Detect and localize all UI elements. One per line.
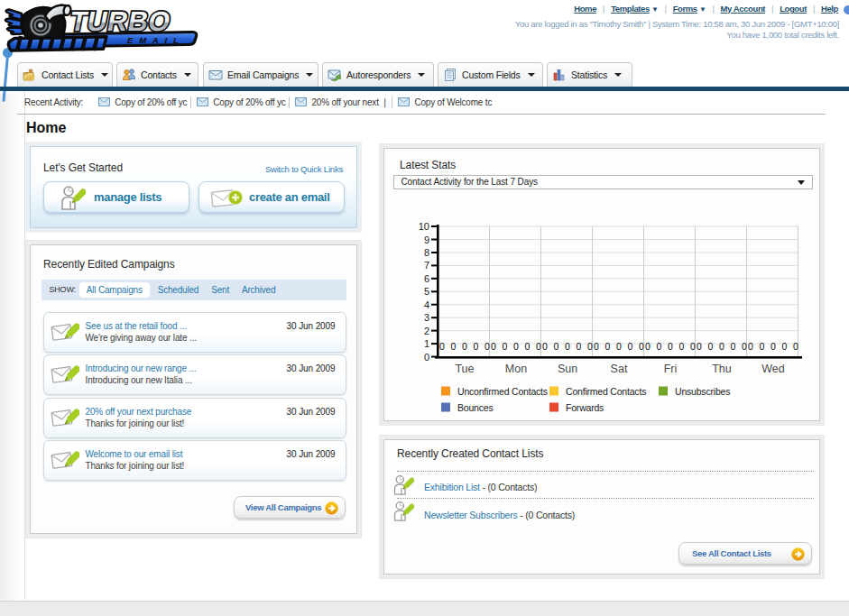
svg-text:10: 10 [419,221,429,232]
svg-text:3: 3 [424,312,429,323]
svg-text:0: 0 [577,341,582,352]
svg-text:5: 5 [424,286,429,297]
svg-text:0: 0 [782,341,788,352]
svg-text:0: 0 [731,341,736,352]
svg-text:0: 0 [748,341,753,352]
svg-text:0: 0 [525,341,531,352]
svg-text:0: 0 [513,341,519,352]
svg-text:Mon: Mon [505,363,527,375]
svg-text:0: 0 [542,341,548,352]
svg-text:0: 0 [503,341,508,352]
svg-text:0: 0 [587,341,593,352]
svg-text:0: 0 [742,341,747,352]
svg-text:0: 0 [616,341,622,352]
svg-text:0: 0 [605,341,611,352]
svg-text:0: 0 [628,341,633,352]
svg-text:0: 0 [451,341,457,352]
svg-text:0: 0 [668,341,673,352]
svg-text:0: 0 [474,341,479,352]
svg-text:2: 2 [424,326,429,336]
svg-text:0: 0 [708,341,714,352]
svg-text:Sun: Sun [558,363,577,375]
svg-text:0: 0 [484,341,490,352]
svg-text:0: 0 [645,341,651,352]
svg-text:Sat: Sat [611,363,628,375]
svg-text:0: 0 [462,341,467,352]
svg-text:0: 0 [679,341,685,352]
svg-text:8: 8 [424,247,429,258]
svg-text:4: 4 [424,299,429,310]
svg-text:0: 0 [690,341,696,352]
svg-text:0: 0 [657,341,662,352]
svg-text:0: 0 [439,341,445,352]
svg-text:Wed: Wed [761,363,785,375]
svg-text:Thu: Thu [712,363,732,375]
svg-text:0: 0 [554,341,559,352]
svg-text:Unconfirmed Contacts: Unconfirmed Contacts [457,386,548,397]
svg-text:0: 0 [697,341,702,352]
svg-text:0: 0 [793,341,798,352]
svg-text:Tue: Tue [455,363,474,375]
svg-text:0: 0 [639,341,644,352]
svg-text:1: 1 [424,338,429,349]
svg-text:0: 0 [760,341,765,352]
svg-text:TURBO: TURBO [68,6,174,38]
svg-text:0: 0 [565,341,570,352]
svg-text:Confirmed Contacts: Confirmed Contacts [566,386,646,397]
svg-text:0: 0 [594,341,599,352]
svg-text:Forwards: Forwards [566,402,604,413]
svg-text:6: 6 [424,273,429,284]
svg-text:0: 0 [491,341,496,352]
svg-text:7: 7 [424,260,429,271]
svg-text:Fri: Fri [664,363,678,375]
svg-text:Bounces: Bounces [457,402,493,413]
svg-text:9: 9 [424,234,429,245]
svg-text:Unsubscribes: Unsubscribes [675,386,730,397]
svg-text:0: 0 [424,352,429,363]
svg-text:0: 0 [536,341,541,352]
svg-text:0: 0 [719,341,724,352]
svg-text:0: 0 [771,341,776,352]
